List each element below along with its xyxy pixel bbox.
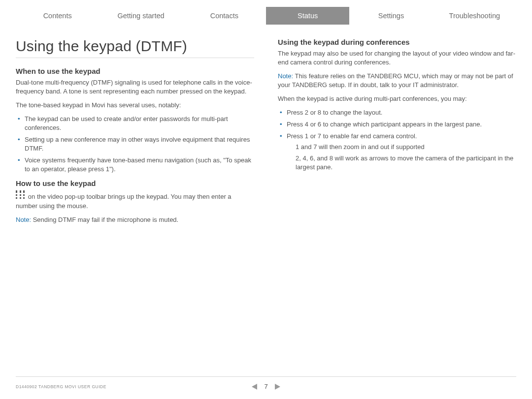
tab-contents[interactable]: Contents xyxy=(16,7,99,25)
list-item: Press 4 or 6 to change which participant… xyxy=(287,120,516,129)
body-text: The keypad may also be used for changing… xyxy=(278,49,516,67)
content: Using the keypad (DTMF) When to use the … xyxy=(16,25,516,229)
pager: 7 xyxy=(183,383,350,390)
note-text: Note: Sending DTMF may fail if the micro… xyxy=(16,215,254,224)
list-item: 1 and 7 will then zoom in and out if sup… xyxy=(296,143,516,152)
list-item: Press 1 or 7 to enable far end camera co… xyxy=(287,132,516,172)
page-title: Using the keypad (DTMF) xyxy=(16,38,254,55)
bullet-list: Press 2 or 8 to change the layout. Press… xyxy=(278,108,516,172)
left-column: Using the keypad (DTMF) When to use the … xyxy=(16,38,254,229)
note-label: Note: xyxy=(278,72,293,80)
keypad-icon xyxy=(16,190,25,202)
sub-list: 1 and 7 will then zoom in and out if sup… xyxy=(287,143,516,172)
note-label: Note: xyxy=(16,216,31,223)
list-item: Press 2 or 8 to change the layout. xyxy=(287,108,516,117)
heading-how: How to use the keypad xyxy=(16,179,254,187)
right-column: Using the keypad during conferences The … xyxy=(278,38,516,229)
prev-page-arrow-icon[interactable] xyxy=(252,384,257,390)
tab-bar: Contents Getting started Contacts Status… xyxy=(16,7,516,25)
list-item: The keypad can be used to create and/or … xyxy=(25,115,254,132)
body-text: The tone-based keypad in Movi has severa… xyxy=(16,101,254,110)
list-item: 2, 4, 6, and 8 will work as arrows to mo… xyxy=(296,154,516,172)
note-body: This feature relies on the TANDBERG MCU,… xyxy=(278,72,513,89)
doc-id: D1440902 TANDBERG MOVI USER GUIDE xyxy=(16,384,183,389)
tab-troubleshooting[interactable]: Troubleshooting xyxy=(433,7,516,25)
next-page-arrow-icon[interactable] xyxy=(275,384,280,390)
body-text: Dual-tone multi-frequency (DTMF) signali… xyxy=(16,78,254,96)
heading-conferences: Using the keypad during conferences xyxy=(278,38,516,46)
note-text: Note: This feature relies on the TANDBER… xyxy=(278,72,516,90)
heading-when: When to use the keypad xyxy=(16,67,254,75)
tab-settings[interactable]: Settings xyxy=(349,7,432,25)
title-divider xyxy=(16,58,254,58)
list-item: Voice systems frequently have tone-based… xyxy=(25,156,254,174)
tab-status[interactable]: Status xyxy=(266,7,349,25)
body-text: on the video pop-up toolbar brings up th… xyxy=(16,190,254,211)
bullet-list: The keypad can be used to create and/or … xyxy=(16,115,254,174)
page-number: 7 xyxy=(264,383,267,390)
tab-contacts[interactable]: Contacts xyxy=(183,7,266,25)
footer: D1440902 TANDBERG MOVI USER GUIDE 7 xyxy=(16,376,516,399)
list-item-text: Press 1 or 7 to enable far end camera co… xyxy=(287,132,417,140)
note-body: Sending DTMF may fail if the microphone … xyxy=(31,216,178,223)
body-text-fragment: on the video pop-up toolbar brings up th… xyxy=(16,193,232,210)
body-text: When the keypad is active during multi-p… xyxy=(278,94,516,103)
list-item: Setting up a new conference may in other… xyxy=(25,135,254,153)
tab-getting-started[interactable]: Getting started xyxy=(99,7,182,25)
